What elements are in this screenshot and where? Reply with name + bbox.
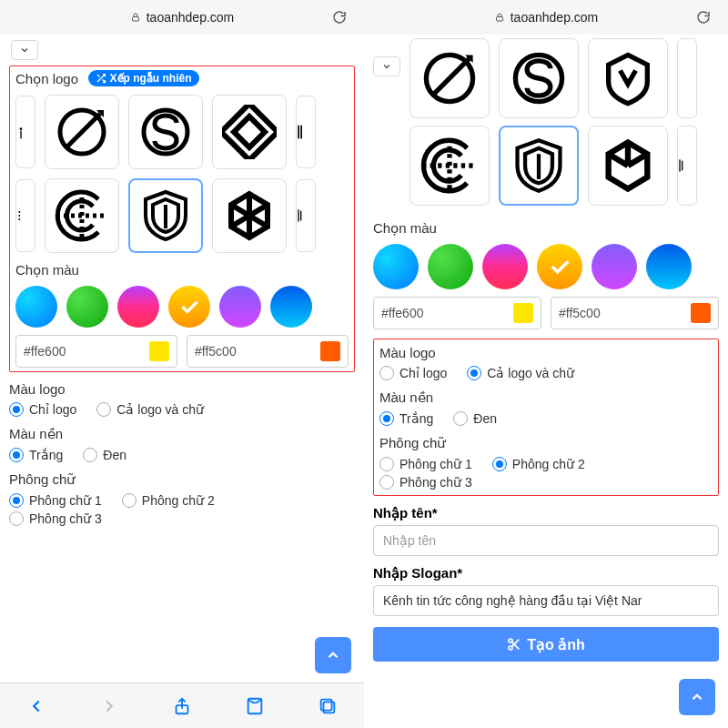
svg-rect-31 <box>682 161 682 171</box>
logo-tile[interactable] <box>128 95 203 169</box>
logo-tile[interactable] <box>212 178 287 253</box>
hex-swatch <box>691 303 711 323</box>
forward-icon[interactable] <box>99 696 119 716</box>
address-bar[interactable]: taoanhdep.com <box>0 0 364 35</box>
logo-icon <box>222 105 277 159</box>
logo-tile[interactable] <box>410 38 490 118</box>
radio-font3[interactable]: Phông chữ 3 <box>9 511 102 526</box>
svg-point-13 <box>18 218 20 220</box>
tabs-icon[interactable] <box>318 696 338 716</box>
logo-tile-partial[interactable] <box>296 96 316 168</box>
color-swatch[interactable] <box>15 286 57 328</box>
radio-logo-text[interactable]: Cả logo và chữ <box>467 366 574 380</box>
logo-tile[interactable] <box>588 38 668 118</box>
logo-icon <box>16 188 35 243</box>
hex-swatch <box>320 341 340 361</box>
logo-tile-partial[interactable] <box>296 179 316 252</box>
choose-color-title: Chọn màu <box>373 220 719 237</box>
name-input[interactable]: Nhập tên <box>373 525 719 556</box>
lock-icon <box>494 12 505 23</box>
radio-logo-only[interactable]: Chỉ logo <box>9 402 76 417</box>
bookmarks-icon[interactable] <box>245 696 265 716</box>
create-button[interactable]: Tạo ảnh <box>373 627 719 662</box>
bg-color-title: Màu nền <box>379 389 713 406</box>
color-swatch[interactable] <box>219 286 261 328</box>
radio-black[interactable]: Đen <box>453 411 497 426</box>
back-icon[interactable] <box>26 696 46 716</box>
svg-point-1 <box>20 127 23 130</box>
refresh-icon[interactable] <box>331 9 348 25</box>
color-swatch[interactable] <box>482 244 528 289</box>
radio-black[interactable]: Đen <box>83 448 126 462</box>
logo-tile[interactable] <box>212 95 287 169</box>
radio-font2[interactable]: Phông chữ 2 <box>122 493 215 508</box>
check-icon <box>547 254 572 279</box>
color-swatch-selected[interactable] <box>537 244 582 289</box>
radio-font3[interactable]: Phông chữ 3 <box>379 475 472 490</box>
logo-tile[interactable] <box>588 126 668 206</box>
color-swatch[interactable] <box>66 286 108 328</box>
collapse-button[interactable] <box>11 40 38 60</box>
refresh-icon[interactable] <box>695 9 712 25</box>
radio-logo-only[interactable]: Chỉ logo <box>379 366 447 380</box>
shield-icon <box>138 188 193 243</box>
radio-white[interactable]: Trắng <box>9 448 63 462</box>
shuffle-icon <box>96 73 106 84</box>
logo-tile[interactable] <box>45 95 119 169</box>
logo-icon <box>138 105 193 159</box>
radio-font1[interactable]: Phông chữ 1 <box>379 457 472 471</box>
hex-input-left[interactable]: #ffe600 <box>15 335 177 368</box>
logo-tile-partial[interactable] <box>677 126 697 206</box>
chevron-down-icon <box>19 45 30 56</box>
color-swatch[interactable] <box>270 286 312 328</box>
logo-icon <box>420 136 479 195</box>
url-text: taoanhdep.com <box>511 10 599 25</box>
hex-input-right[interactable]: #ff5c00 <box>187 335 349 368</box>
scroll-top-button[interactable] <box>315 637 351 673</box>
address-bar[interactable]: taoanhdep.com <box>364 0 728 35</box>
shuffle-badge[interactable]: Xếp ngẫu nhiên <box>88 70 199 86</box>
collapse-button[interactable] <box>373 56 400 76</box>
share-icon[interactable] <box>172 696 192 716</box>
radio-logo-text[interactable]: Cả logo và chữ <box>96 402 204 417</box>
color-swatch[interactable] <box>646 244 692 289</box>
svg-point-32 <box>509 639 512 642</box>
svg-rect-8 <box>234 116 265 147</box>
logo-tile-partial[interactable] <box>15 179 35 252</box>
svg-point-12 <box>18 215 20 217</box>
chevron-up-icon <box>689 689 705 705</box>
color-swatch[interactable] <box>428 244 473 289</box>
check-icon <box>177 295 201 318</box>
logo-color-title: Màu logo <box>9 381 355 397</box>
radio-font1[interactable]: Phông chữ 1 <box>9 493 102 508</box>
radio-white[interactable]: Trắng <box>379 411 433 426</box>
choose-logo-title: Chọn logo <box>15 71 78 86</box>
logo-tile-partial[interactable] <box>677 38 697 118</box>
color-swatch[interactable] <box>373 244 419 289</box>
logo-color-title: Màu logo <box>379 345 713 360</box>
slogan-input[interactable]: Kênh tin tức công nghệ hàng đầu tại Việt… <box>373 585 719 616</box>
logo-tile-selected[interactable] <box>499 126 579 206</box>
logo-icon <box>599 136 657 195</box>
hex-swatch <box>513 303 533 323</box>
logo-tile-selected[interactable] <box>128 178 203 253</box>
safari-toolbar <box>0 682 364 728</box>
svg-rect-21 <box>321 699 332 710</box>
svg-rect-10 <box>300 126 302 139</box>
lock-icon <box>130 12 141 23</box>
radio-font2[interactable]: Phông chữ 2 <box>492 457 585 471</box>
color-swatch[interactable] <box>117 286 159 328</box>
logo-icon <box>222 188 277 243</box>
logo-tile-partial[interactable] <box>15 96 35 168</box>
logo-tile[interactable] <box>45 178 119 253</box>
logo-tile[interactable] <box>410 126 490 206</box>
color-swatch[interactable] <box>592 244 637 289</box>
logo-tile[interactable] <box>499 38 579 118</box>
svg-rect-2 <box>20 131 21 139</box>
color-swatch-selected[interactable] <box>168 286 210 328</box>
svg-rect-18 <box>300 211 301 221</box>
hex-input-right[interactable]: #ff5c00 <box>551 297 719 329</box>
hex-input-left[interactable]: #ffe600 <box>373 297 541 329</box>
scroll-top-button[interactable] <box>679 679 715 715</box>
svg-point-33 <box>509 646 512 650</box>
